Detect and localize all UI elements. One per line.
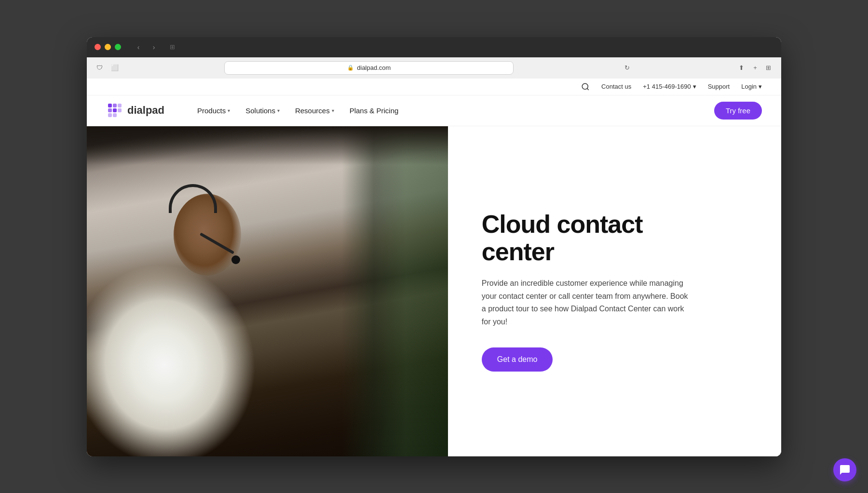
svg-rect-4 — [108, 108, 112, 112]
logo-text: dialpad — [127, 104, 164, 117]
close-button[interactable] — [95, 44, 101, 50]
url-text: dialpad.com — [357, 64, 391, 71]
chat-icon — [839, 464, 851, 476]
address-bar[interactable]: 🔒 dialpad.com — [224, 61, 514, 75]
products-chevron-icon: ▾ — [228, 108, 230, 113]
svg-rect-5 — [113, 108, 117, 112]
maximize-button[interactable] — [115, 44, 121, 50]
shield-icon: 🛡 — [95, 63, 104, 73]
tab-icon: ⬜ — [110, 63, 120, 73]
nav-resources[interactable]: Resources ▾ — [289, 103, 340, 119]
hero-section: Cloud contact center Provide an incredib… — [87, 126, 781, 456]
toolbar-icons: ⊞ — [167, 42, 177, 52]
svg-rect-7 — [118, 108, 122, 112]
sidebar-icon[interactable]: ⊞ — [167, 42, 177, 52]
hero-title: Cloud contact center — [482, 211, 752, 266]
browser-toolbar: 🛡 ⬜ 🔒 dialpad.com ↻ ⬆ + ⊞ — [87, 57, 781, 79]
svg-rect-9 — [113, 113, 117, 117]
get-demo-button[interactable]: Get a demo — [482, 347, 553, 372]
utility-bar: Contact us +1 415-469-1690 ▾ Support Log… — [87, 79, 781, 95]
more-icon[interactable]: ⊞ — [764, 63, 773, 73]
chat-widget[interactable] — [833, 458, 856, 481]
contact-us-link[interactable]: Contact us — [601, 83, 631, 90]
minimize-button[interactable] — [105, 44, 111, 50]
hero-image — [87, 126, 448, 456]
solutions-chevron-icon: ▾ — [277, 108, 280, 113]
hero-photo — [87, 126, 448, 456]
nav-items: Products ▾ Solutions ▾ Resources ▾ Plans… — [191, 103, 699, 119]
login-button[interactable]: Login ▾ — [741, 83, 762, 90]
svg-rect-6 — [118, 104, 122, 107]
phone-chevron-icon: ▾ — [693, 83, 696, 90]
search-button[interactable] — [581, 82, 590, 91]
try-free-button[interactable]: Try free — [714, 102, 762, 120]
logo-icon — [106, 102, 123, 119]
back-button[interactable]: ‹ — [133, 41, 144, 53]
phone-number[interactable]: +1 415-469-1690 ▾ — [643, 83, 696, 90]
nav-products[interactable]: Products ▾ — [191, 103, 236, 119]
toolbar-actions: ⬆ + ⊞ — [737, 63, 773, 73]
login-chevron-icon: ▾ — [759, 83, 762, 90]
browser-titlebar: ‹ › ⊞ — [87, 37, 781, 57]
svg-rect-8 — [108, 113, 112, 117]
reload-icon[interactable]: ↻ — [623, 63, 632, 73]
hero-content: Cloud contact center Provide an incredib… — [448, 126, 781, 456]
share-icon[interactable]: ⬆ — [737, 63, 746, 73]
main-nav: dialpad Products ▾ Solutions ▾ Resources… — [87, 95, 781, 126]
nav-solutions[interactable]: Solutions ▾ — [240, 103, 285, 119]
svg-line-1 — [587, 88, 589, 90]
add-tab-icon[interactable]: + — [750, 63, 760, 73]
search-icon — [581, 82, 590, 91]
nav-pricing[interactable]: Plans & Pricing — [344, 103, 405, 119]
browser-window: ‹ › ⊞ 🛡 ⬜ 🔒 dialpad.com ↻ ⬆ + ⊞ — [87, 37, 781, 456]
lock-icon: 🔒 — [347, 65, 354, 71]
website-content: Contact us +1 415-469-1690 ▾ Support Log… — [87, 79, 781, 456]
browser-nav: ‹ › — [133, 41, 160, 53]
svg-point-0 — [582, 83, 588, 89]
svg-rect-2 — [108, 104, 112, 107]
resources-chevron-icon: ▾ — [332, 108, 334, 113]
hero-description: Provide an incredible customer experienc… — [482, 277, 694, 328]
forward-button[interactable]: › — [148, 41, 160, 53]
logo[interactable]: dialpad — [106, 102, 164, 119]
support-link[interactable]: Support — [708, 83, 730, 90]
svg-rect-3 — [113, 104, 117, 107]
